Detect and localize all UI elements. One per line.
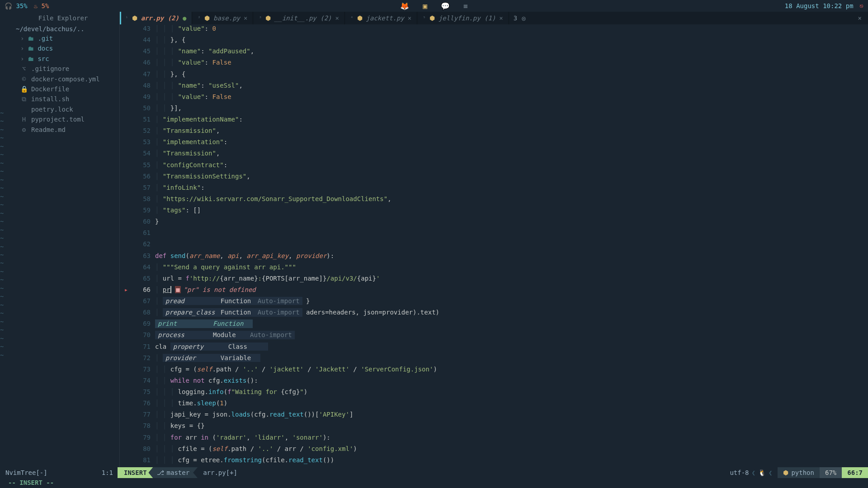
code-line[interactable]: │ │ }], bbox=[155, 104, 868, 113]
tree-item[interactable]: 🔒Dockerfile bbox=[20, 84, 119, 94]
code-line[interactable]: │ │ for arr in ('radarr', 'lidarr', 'son… bbox=[155, 433, 868, 442]
code-line[interactable]: │ │ │ cfg = etree.fromstring(cfile.read_… bbox=[155, 456, 868, 465]
code-line[interactable]: │ │ │ logging.info(f"Waiting for {cfg}") bbox=[155, 388, 868, 396]
system-topbar: 🎧 35% ♨ 5% 🦊 ▣ 💬 ≡ 18 August 10:22 pm ⎋ bbox=[0, 0, 868, 12]
python-icon: ⬢ bbox=[357, 14, 363, 22]
tab[interactable]: ² ⬢ base.py × bbox=[192, 12, 253, 24]
tab-close-all[interactable]: × bbox=[852, 12, 868, 24]
tree-item[interactable]: › 🖿 docs bbox=[20, 43, 119, 53]
file-explorer-path: ~/devel/bacchus/.. bbox=[7, 24, 119, 33]
tree-item[interactable]: ©docker-compose.yml bbox=[20, 74, 119, 84]
file-explorer-title: File Explorer bbox=[7, 12, 119, 24]
datetime: 18 August 10:22 pm bbox=[785, 2, 854, 9]
tree-item[interactable]: Hpyproject.toml bbox=[20, 114, 119, 124]
code-line[interactable]: def send(arr_name, api, arr_api_key, pro… bbox=[155, 252, 868, 260]
file-tree[interactable]: › 🖿 .git› 🖿 docs› 🖿 src⌥.gitignore©docke… bbox=[7, 33, 119, 135]
sign-column: ~~~~~~~~~~~~~~~~~~~~~~~~~~~~~~ bbox=[0, 12, 7, 359]
python-icon: ⬢ bbox=[265, 14, 271, 22]
code-line[interactable] bbox=[155, 240, 868, 249]
close-icon[interactable]: × bbox=[244, 14, 247, 22]
code-line[interactable]: │ "Transmission", bbox=[155, 127, 868, 135]
file-icon: ⌥ bbox=[20, 64, 28, 74]
code-line[interactable]: │ prepare_classFunctionAuto-import aders… bbox=[155, 308, 868, 317]
tree-item[interactable]: ⌥.gitignore bbox=[20, 64, 119, 74]
code-line[interactable]: │ │ │ "value": False bbox=[155, 58, 868, 67]
status-location: 66:7 bbox=[842, 467, 868, 478]
status-mode: INSERT bbox=[118, 467, 153, 478]
status-encoding: utf-8 ❮ 🐧 ❮ bbox=[724, 467, 778, 478]
headphones-icon: 🎧 35% bbox=[5, 2, 28, 9]
tab[interactable]: ⁴ ⬢ jackett.py × bbox=[345, 12, 417, 24]
tab[interactable]: ³ ⬢ __init__.py (2) × bbox=[253, 12, 345, 24]
code-line[interactable]: │ "implementationName": bbox=[155, 115, 868, 124]
folder-icon: 🖿 bbox=[28, 33, 34, 43]
code-line[interactable]: │ │ │ cfile = (self.path / '..' / arr / … bbox=[155, 445, 868, 453]
tab[interactable]: ⁵ ⬢ jellyfin.py (1) × bbox=[417, 12, 509, 24]
equalizer-icon[interactable]: ≡ bbox=[463, 2, 468, 10]
code-line[interactable] bbox=[155, 229, 868, 237]
close-icon[interactable]: × bbox=[499, 14, 503, 22]
code-line[interactable]: │ │ while not cfg.exists(): bbox=[155, 376, 868, 385]
code-line[interactable]: │ "TransmissionSettings", bbox=[155, 172, 868, 181]
code-line[interactable]: │ "implementation": bbox=[155, 138, 868, 146]
code-line[interactable]: │ │ }, { bbox=[155, 70, 868, 79]
branch-icon: ⎇ bbox=[157, 469, 164, 476]
status-file: arr.py[+] bbox=[198, 467, 243, 478]
file-icon: H bbox=[20, 114, 28, 124]
code-line[interactable]: │ │ │ "name": "addPaused", bbox=[155, 47, 868, 56]
tab-overflow[interactable]: 3 ◎ bbox=[509, 12, 530, 24]
logout-icon[interactable]: ⎋ bbox=[860, 2, 863, 9]
code-line[interactable]: │ "https://wiki.servarr.com/Sonarr_Suppo… bbox=[155, 195, 868, 203]
target-icon: ◎ bbox=[522, 14, 525, 22]
code-line[interactable]: │ "Transmission", bbox=[155, 149, 868, 158]
code-line[interactable]: │ pr ■"pr" is not defined bbox=[155, 286, 868, 294]
code-line[interactable]: │ │ │ "value": 0 bbox=[155, 24, 868, 33]
code-line[interactable]: │ │ cfg = (self.path / '..' / 'jackett' … bbox=[155, 365, 868, 374]
close-icon[interactable]: × bbox=[335, 14, 339, 22]
folder-icon: 🖿 bbox=[28, 54, 34, 64]
tree-item[interactable]: ⧉install.sh bbox=[20, 94, 119, 104]
code-line[interactable]: cla propertyClass bbox=[155, 343, 868, 351]
statusbar: NvimTree[-] 1:1 INSERT ⎇ master arr.py[+… bbox=[0, 467, 868, 478]
close-icon[interactable]: × bbox=[408, 14, 411, 22]
tree-item[interactable]: › 🖿 .git bbox=[20, 33, 119, 43]
code-line[interactable]: │ """Send a query against arr api.""" bbox=[155, 263, 868, 272]
code-line[interactable]: │ providerVariable bbox=[155, 354, 868, 362]
code-line[interactable]: │ preadFunctionAuto-import } bbox=[155, 297, 868, 305]
python-icon: ⬢ bbox=[429, 14, 435, 22]
chat-icon[interactable]: 💬 bbox=[441, 2, 450, 10]
status-nvimtree: NvimTree[-] bbox=[0, 467, 90, 478]
folder-icon: 🖿 bbox=[28, 43, 34, 53]
code-line[interactable]: │ │ │ "value": False bbox=[155, 93, 868, 101]
code-line[interactable]: │ │ japi_key = json.loads(cfg.read_text(… bbox=[155, 410, 868, 419]
file-icon: 🔒 bbox=[20, 84, 28, 94]
code-line[interactable]: │ │ │ "name": "useSsl", bbox=[155, 81, 868, 90]
code-line[interactable]: │ │ }, { bbox=[155, 36, 868, 44]
tree-item[interactable]: poetry.lock bbox=[20, 104, 119, 114]
code-line[interactable]: } bbox=[155, 217, 868, 226]
status-percent: 67% bbox=[820, 467, 842, 478]
code-line[interactable]: │ url = f'http://{arr_name}:{PORTS[arr_n… bbox=[155, 274, 868, 283]
command-line: -- INSERT -- bbox=[0, 478, 868, 488]
file-explorer: ~~~~~~~~~~~~~~~~~~~~~~~~~~~~~~ File Expl… bbox=[0, 12, 120, 467]
editor: ¹ ⬢ arr.py (2) ●² ⬢ base.py ×³ ⬢ __init_… bbox=[120, 12, 868, 467]
code-line[interactable]: │ "infoLink": bbox=[155, 183, 868, 192]
python-icon: ⬢ bbox=[204, 14, 210, 22]
tree-item[interactable]: › 🖿 src bbox=[20, 54, 119, 64]
tab[interactable]: ¹ ⬢ arr.py (2) ● bbox=[120, 12, 192, 24]
code-line[interactable]: │ │ keys = {} bbox=[155, 422, 868, 430]
file-icon: ⚙ bbox=[20, 125, 28, 135]
code-line[interactable]: printFunction bbox=[155, 319, 868, 328]
terminal-icon[interactable]: ▣ bbox=[423, 2, 427, 10]
status-filetype: ⬢ python bbox=[778, 467, 820, 478]
code-line[interactable]: processModuleAuto-import bbox=[155, 331, 868, 339]
code-line[interactable]: │ │ │ time.sleep(1) bbox=[155, 399, 868, 408]
python-icon: ⬢ bbox=[783, 469, 788, 476]
file-icon: ⧉ bbox=[20, 94, 28, 104]
tab-bar[interactable]: ¹ ⬢ arr.py (2) ●² ⬢ base.py ×³ ⬢ __init_… bbox=[120, 12, 868, 24]
firefox-icon[interactable]: 🦊 bbox=[400, 2, 409, 10]
code-line[interactable]: │ "tags": [] bbox=[155, 206, 868, 215]
code-line[interactable]: │ "configContract": bbox=[155, 161, 868, 169]
code-area[interactable]: 43│ │ │ "value": 044│ │ }, {45│ │ │ "nam… bbox=[120, 24, 868, 467]
tree-item[interactable]: ⚙Readme.md bbox=[20, 125, 119, 135]
